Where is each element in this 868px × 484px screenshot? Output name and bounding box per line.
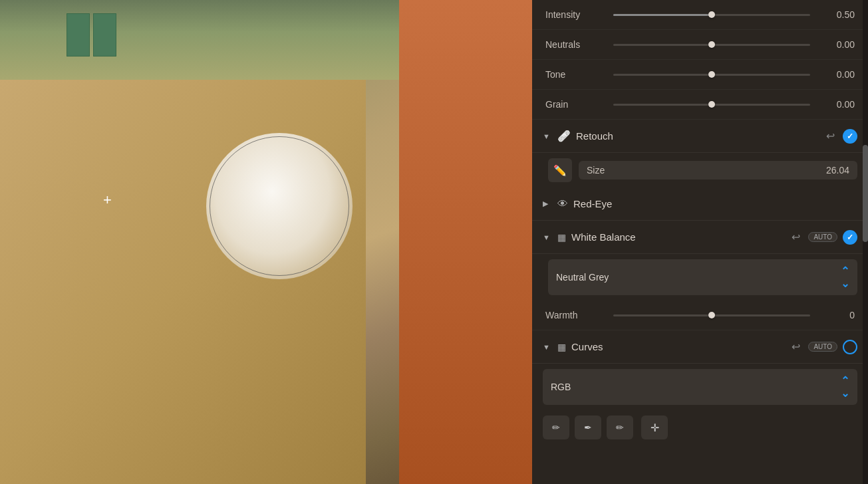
right-panel: Intensity 0.50 Neutrals 0.00 Tone xyxy=(532,0,868,484)
crosshair-cursor[interactable] xyxy=(103,193,116,206)
tone-label: Tone xyxy=(545,69,605,80)
curves-pen-tool-button[interactable]: ✏ xyxy=(543,416,569,439)
intensity-label: Intensity xyxy=(545,9,605,20)
warmth-row: Warmth 0 xyxy=(532,301,868,330)
panel-scrollbar-thumb[interactable] xyxy=(863,145,868,242)
retouch-tool-row: ✏️ Size 26.04 xyxy=(532,153,868,187)
curves-highlight-tool-button[interactable]: ✏ xyxy=(607,416,633,439)
neutrals-row: Neutrals 0.00 xyxy=(532,30,868,60)
tone-row: Tone 0.00 xyxy=(532,60,868,90)
curves-enabled-toggle[interactable] xyxy=(843,340,857,354)
retouch-ring xyxy=(210,136,349,276)
retouch-circle xyxy=(206,133,353,279)
curves-title: Curves xyxy=(571,341,786,352)
curves-reset-icon[interactable]: ↩ xyxy=(792,340,800,353)
retouch-section-header[interactable]: ▼ 🩹 Retouch ↩ xyxy=(532,120,868,153)
shutter-right xyxy=(93,13,116,57)
panel-scrollbar-track[interactable] xyxy=(863,0,868,484)
grain-label: Grain xyxy=(545,99,605,110)
wb-dropdown-chevron-icon: ⌃⌄ xyxy=(841,265,849,290)
grain-thumb[interactable] xyxy=(708,101,715,108)
red-eye-icon: 👁 xyxy=(557,198,568,210)
neutrals-thumb[interactable] xyxy=(708,41,715,48)
retouch-chevron-icon: ▼ xyxy=(543,132,552,140)
intensity-fill xyxy=(613,14,712,16)
neutrals-label: Neutrals xyxy=(545,39,605,50)
tone-value: 0.00 xyxy=(818,69,855,80)
size-label: Size xyxy=(587,165,821,176)
wb-title: White Balance xyxy=(571,231,786,243)
curves-dropdown-row: RGB ⌃⌄ xyxy=(532,364,868,410)
tone-thumb[interactable] xyxy=(708,71,715,78)
wb-icon: ▦ xyxy=(557,232,566,243)
grain-value: 0.00 xyxy=(818,99,855,110)
wb-dropdown-row: Neutral Grey ⌃⌄ xyxy=(532,254,868,301)
wb-section-header[interactable]: ▼ ▦ White Balance ↩ AUTO xyxy=(532,221,868,254)
wb-enabled-toggle[interactable] xyxy=(843,230,857,245)
shutter-left xyxy=(67,13,90,57)
curves-icon: ▦ xyxy=(557,342,566,352)
warmth-value: 0 xyxy=(818,310,855,320)
neutrals-track[interactable] xyxy=(613,44,810,46)
red-eye-chevron-icon: ▶ xyxy=(543,199,552,208)
window-shutters xyxy=(67,10,146,63)
intensity-thumb[interactable] xyxy=(708,11,715,18)
wb-auto-badge[interactable]: AUTO xyxy=(808,232,837,242)
curves-dropdown-chevron-icon: ⌃⌄ xyxy=(841,374,849,400)
curves-eyedropper-icon: ✒ xyxy=(584,422,592,433)
curves-add-point-button[interactable]: ✛ xyxy=(641,416,668,439)
retouch-tool-icon-box[interactable]: ✏️ xyxy=(548,158,572,182)
retouch-band-aid-icon: 🩹 xyxy=(557,130,571,142)
curves-chevron-icon: ▼ xyxy=(543,343,552,351)
retouch-enabled-toggle[interactable] xyxy=(843,129,857,144)
wb-reset-icon[interactable]: ↩ xyxy=(792,231,800,243)
curves-plus-icon: ✛ xyxy=(651,422,659,434)
grain-row: Grain 0.00 xyxy=(532,90,868,120)
wb-chevron-icon: ▼ xyxy=(543,233,552,241)
curves-tools-row: ✏ ✒ ✏ ✛ xyxy=(532,410,868,445)
retouch-reset-icon[interactable]: ↩ xyxy=(826,130,835,142)
photo-canvas xyxy=(0,0,532,484)
wb-preset-label: Neutral Grey xyxy=(556,272,609,283)
neutrals-value: 0.00 xyxy=(818,39,855,50)
curves-section-header[interactable]: ▼ ▦ Curves ↩ AUTO xyxy=(532,330,868,364)
intensity-row: Intensity 0.50 xyxy=(532,0,868,30)
warmth-label: Warmth xyxy=(545,310,605,320)
intensity-value: 0.50 xyxy=(818,9,855,20)
grain-track[interactable] xyxy=(613,104,810,106)
tone-track[interactable] xyxy=(613,74,810,76)
panel-scroll-area: Intensity 0.50 Neutrals 0.00 Tone xyxy=(532,0,868,484)
intensity-track[interactable] xyxy=(613,14,810,16)
curves-highlight-icon: ✏ xyxy=(616,422,624,433)
red-eye-title: Red-Eye xyxy=(573,198,857,209)
curves-pen-icon: ✏ xyxy=(552,422,560,433)
curves-eyedropper-tool-button[interactable]: ✒ xyxy=(575,416,601,439)
size-input-area[interactable]: Size 26.04 xyxy=(579,161,857,180)
wb-preset-dropdown[interactable]: Neutral Grey ⌃⌄ xyxy=(548,259,857,295)
pen-icon: ✏️ xyxy=(553,164,567,177)
curves-channel-label: RGB xyxy=(551,382,571,392)
curves-auto-badge[interactable]: AUTO xyxy=(808,342,837,352)
size-value: 26.04 xyxy=(826,165,849,176)
retouch-title: Retouch xyxy=(576,130,821,142)
warmth-thumb[interactable] xyxy=(708,312,715,318)
warmth-track[interactable] xyxy=(613,314,810,316)
panel-content[interactable]: Intensity 0.50 Neutrals 0.00 Tone xyxy=(532,0,868,484)
right-building xyxy=(399,0,532,484)
red-eye-section-header[interactable]: ▶ 👁 Red-Eye xyxy=(532,187,868,221)
curves-channel-dropdown[interactable]: RGB ⌃⌄ xyxy=(543,369,857,405)
